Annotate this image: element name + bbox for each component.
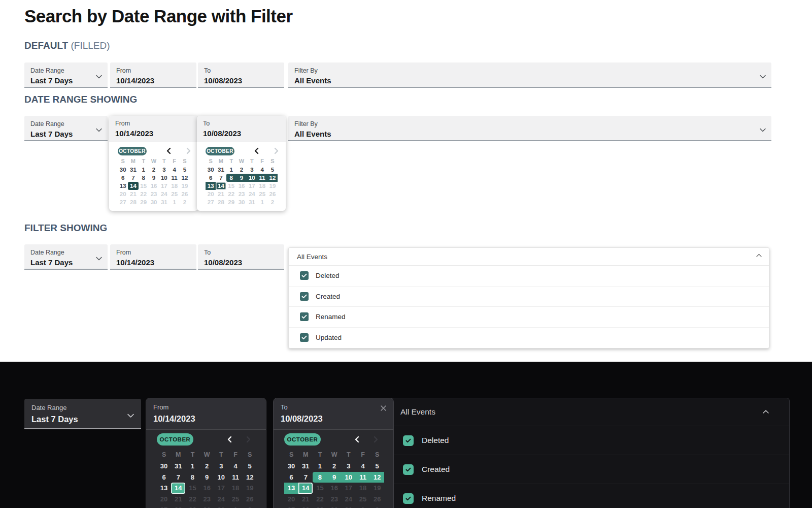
calendar-day[interactable]: 30 (284, 461, 298, 472)
calendar-day[interactable]: 13 (206, 182, 216, 190)
calendar-day[interactable]: 8 (313, 472, 327, 483)
calendar-day[interactable]: 5 (180, 166, 190, 174)
calendar-day[interactable]: 8 (139, 174, 149, 182)
filter-option-row[interactable]: Created (391, 455, 789, 484)
calendar-day[interactable]: 10 (159, 174, 169, 182)
calendar-day[interactable]: 14 (298, 483, 313, 494)
calendar-day[interactable]: 2 (200, 461, 214, 472)
calendar-day[interactable]: 9 (200, 472, 214, 483)
checkbox-deleted[interactable] (403, 435, 414, 446)
calendar-day[interactable]: 31 (216, 166, 226, 174)
calendar-day[interactable]: 7 (171, 472, 185, 483)
calendar-day[interactable]: 6 (157, 472, 171, 483)
checkbox-deleted[interactable] (300, 271, 309, 280)
calendar-day[interactable]: 11 (356, 472, 370, 483)
filter-option-row[interactable]: Renamed (289, 307, 769, 328)
filter-panel-header[interactable]: All Events (391, 398, 789, 426)
calendar-day[interactable]: 13 (284, 483, 298, 494)
calendar-day[interactable]: 1 (226, 166, 236, 174)
calendar-day[interactable]: 12 (243, 472, 257, 483)
calendar-day[interactable]: 2 (236, 166, 247, 174)
to-date-input[interactable]: To 10/08/2023 (198, 244, 284, 270)
to-date-input[interactable]: To 10/08/2023 (198, 62, 284, 88)
filter-by-select[interactable]: Filter By All Events (288, 116, 771, 141)
chevron-up-icon[interactable] (756, 253, 762, 257)
to-date-input[interactable]: To 10/08/2023 (197, 116, 286, 142)
calendar-day[interactable]: 4 (257, 166, 267, 174)
checkbox-created[interactable] (300, 292, 309, 301)
calendar-day[interactable]: 14 (128, 182, 138, 190)
prev-month-icon[interactable] (226, 436, 233, 443)
calendar-day[interactable]: 3 (342, 461, 356, 472)
next-month-icon[interactable] (245, 436, 252, 443)
date-range-select[interactable]: Date Range Last 7 Days (24, 399, 141, 429)
calendar-day[interactable]: 2 (149, 166, 159, 174)
chevron-up-icon[interactable] (763, 409, 769, 414)
next-month-icon[interactable] (273, 147, 280, 154)
checkbox-renamed[interactable] (300, 312, 309, 321)
calendar-day[interactable]: 6 (206, 174, 216, 182)
calendar-day[interactable]: 7 (216, 174, 226, 182)
calendar-day[interactable]: 31 (128, 166, 138, 174)
filter-panel-header[interactable]: All Events (289, 248, 769, 266)
date-range-select[interactable]: Date Range Last 7 Days (24, 244, 108, 270)
filter-option-row[interactable]: Deleted (289, 266, 769, 287)
calendar-day[interactable]: 31 (171, 461, 185, 472)
close-icon[interactable] (380, 405, 387, 411)
calendar-day[interactable]: 4 (169, 166, 179, 174)
checkbox-renamed[interactable] (403, 493, 414, 504)
calendar-day[interactable]: 5 (267, 166, 278, 174)
to-date-input[interactable]: To 10/08/2023 (274, 398, 393, 430)
calendar-day[interactable]: 5 (370, 461, 384, 472)
calendar-day[interactable]: 7 (128, 174, 138, 182)
calendar-day[interactable]: 1 (139, 166, 149, 174)
calendar-day[interactable]: 6 (118, 174, 128, 182)
calendar-day[interactable]: 10 (342, 472, 356, 483)
calendar-day[interactable]: 1 (185, 461, 199, 472)
calendar-day[interactable]: 9 (327, 472, 342, 483)
next-month-icon[interactable] (185, 147, 192, 154)
prev-month-icon[interactable] (253, 147, 260, 154)
calendar-day[interactable]: 13 (157, 483, 171, 494)
calendar-day[interactable]: 14 (216, 182, 226, 190)
calendar-day[interactable]: 30 (206, 166, 216, 174)
calendar-day[interactable]: 31 (298, 461, 313, 472)
from-date-input[interactable]: From 10/14/2023 (146, 398, 266, 430)
calendar-day[interactable]: 3 (214, 461, 228, 472)
calendar-day[interactable]: 4 (356, 461, 370, 472)
calendar-day[interactable]: 11 (228, 472, 243, 483)
filter-option-row[interactable]: Created (289, 287, 769, 307)
calendar-day[interactable]: 12 (180, 174, 190, 182)
from-date-input[interactable]: From 10/14/2023 (110, 62, 196, 88)
calendar-day[interactable]: 7 (298, 472, 313, 483)
checkbox-created[interactable] (403, 464, 414, 475)
checkbox-updated[interactable] (300, 333, 309, 342)
calendar-day[interactable]: 9 (236, 174, 247, 182)
calendar-day[interactable]: 3 (247, 166, 257, 174)
prev-month-icon[interactable] (165, 147, 172, 154)
calendar-day[interactable]: 8 (185, 472, 199, 483)
next-month-icon[interactable] (373, 436, 379, 443)
from-date-input[interactable]: From 10/14/2023 (109, 116, 198, 142)
calendar-day[interactable]: 30 (118, 166, 128, 174)
filter-by-select[interactable]: Filter By All Events (288, 62, 771, 88)
calendar-day[interactable]: 12 (267, 174, 278, 182)
filter-option-row[interactable]: Renamed (391, 484, 789, 508)
calendar-day[interactable]: 8 (226, 174, 236, 182)
calendar-day[interactable]: 10 (247, 174, 257, 182)
calendar-day[interactable]: 5 (243, 461, 257, 472)
calendar-day[interactable]: 1 (313, 461, 327, 472)
calendar-day[interactable]: 2 (327, 461, 342, 472)
calendar-day[interactable]: 12 (370, 472, 384, 483)
calendar-day[interactable]: 6 (284, 472, 298, 483)
filter-option-row[interactable]: Deleted (391, 426, 789, 455)
filter-option-row[interactable]: Updated (289, 328, 769, 348)
date-range-select[interactable]: Date Range Last 7 Days (24, 116, 108, 141)
calendar-day[interactable]: 11 (169, 174, 179, 182)
calendar-day[interactable]: 14 (171, 483, 185, 494)
calendar-day[interactable]: 11 (257, 174, 267, 182)
calendar-day[interactable]: 9 (149, 174, 159, 182)
date-range-select[interactable]: Date Range Last 7 Days (24, 62, 108, 88)
from-date-input[interactable]: From 10/14/2023 (110, 244, 196, 270)
calendar-day[interactable]: 3 (159, 166, 169, 174)
